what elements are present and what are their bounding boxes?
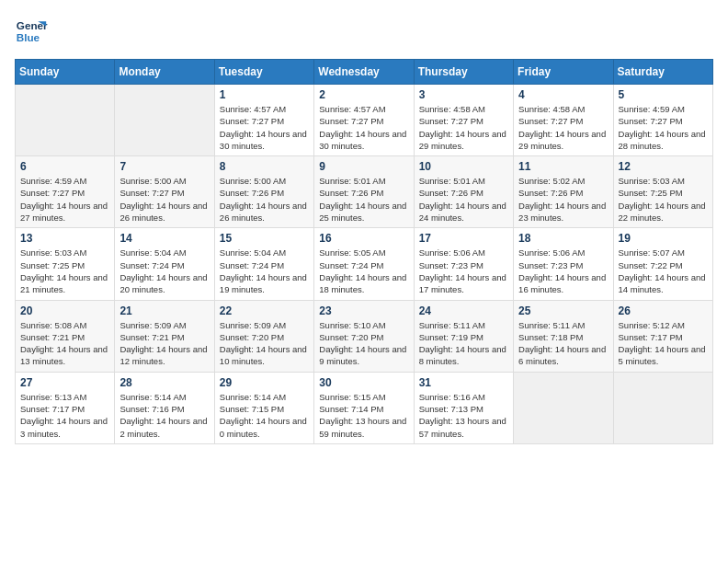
calendar-week-row: 6Sunrise: 4:59 AM Sunset: 7:27 PM Daylig… <box>16 156 713 228</box>
weekday-header: Thursday <box>414 60 513 85</box>
day-number: 27 <box>20 376 109 389</box>
weekday-header: Tuesday <box>214 60 313 85</box>
calendar-cell: 31Sunrise: 5:16 AM Sunset: 7:13 PM Dayli… <box>414 372 513 443</box>
day-number: 31 <box>419 376 508 389</box>
day-number: 21 <box>119 304 209 317</box>
day-number: 18 <box>518 232 608 245</box>
cell-info: Sunrise: 5:07 AM Sunset: 7:22 PM Dayligh… <box>619 247 708 295</box>
calendar-cell: 16Sunrise: 5:05 AM Sunset: 7:24 PM Dayli… <box>314 228 414 300</box>
cell-info: Sunrise: 4:57 AM Sunset: 7:27 PM Dayligh… <box>220 103 309 152</box>
day-number: 26 <box>619 304 708 317</box>
cell-info: Sunrise: 5:12 AM Sunset: 7:17 PM Dayligh… <box>619 319 708 368</box>
calendar-week-row: 13Sunrise: 5:03 AM Sunset: 7:25 PM Dayli… <box>16 228 713 300</box>
calendar-week-row: 27Sunrise: 5:13 AM Sunset: 7:17 PM Dayli… <box>16 372 713 443</box>
cell-info: Sunrise: 5:08 AM Sunset: 7:21 PM Dayligh… <box>20 319 109 368</box>
cell-info: Sunrise: 5:09 AM Sunset: 7:21 PM Dayligh… <box>119 319 209 368</box>
cell-info: Sunrise: 5:00 AM Sunset: 7:27 PM Dayligh… <box>119 175 209 224</box>
day-number: 12 <box>619 160 708 173</box>
cell-info: Sunrise: 4:59 AM Sunset: 7:27 PM Dayligh… <box>619 103 708 152</box>
cell-info: Sunrise: 5:14 AM Sunset: 7:15 PM Dayligh… <box>220 391 309 440</box>
cell-info: Sunrise: 4:57 AM Sunset: 7:27 PM Dayligh… <box>319 103 408 152</box>
cell-info: Sunrise: 4:58 AM Sunset: 7:27 PM Dayligh… <box>419 103 508 152</box>
cell-info: Sunrise: 5:10 AM Sunset: 7:20 PM Dayligh… <box>319 319 408 368</box>
day-number: 16 <box>319 232 408 245</box>
day-number: 23 <box>319 304 408 317</box>
calendar-cell: 19Sunrise: 5:07 AM Sunset: 7:22 PM Dayli… <box>613 228 712 300</box>
calendar-cell: 7Sunrise: 5:00 AM Sunset: 7:27 PM Daylig… <box>115 156 214 228</box>
svg-text:Blue: Blue <box>17 31 40 43</box>
calendar-cell <box>115 85 214 156</box>
cell-info: Sunrise: 5:11 AM Sunset: 7:19 PM Dayligh… <box>419 319 508 368</box>
logo: General Blue <box>15 15 48 48</box>
day-number: 17 <box>419 232 508 245</box>
cell-info: Sunrise: 5:14 AM Sunset: 7:16 PM Dayligh… <box>119 391 209 440</box>
day-number: 22 <box>220 304 309 317</box>
cell-info: Sunrise: 5:00 AM Sunset: 7:26 PM Dayligh… <box>220 175 309 224</box>
calendar-cell: 27Sunrise: 5:13 AM Sunset: 7:17 PM Dayli… <box>16 372 115 443</box>
cell-info: Sunrise: 5:01 AM Sunset: 7:26 PM Dayligh… <box>319 175 408 224</box>
calendar-cell: 29Sunrise: 5:14 AM Sunset: 7:15 PM Dayli… <box>214 372 313 443</box>
cell-info: Sunrise: 4:58 AM Sunset: 7:27 PM Dayligh… <box>518 103 608 152</box>
calendar-cell: 18Sunrise: 5:06 AM Sunset: 7:23 PM Dayli… <box>514 228 613 300</box>
calendar-cell: 12Sunrise: 5:03 AM Sunset: 7:25 PM Dayli… <box>613 156 712 228</box>
day-number: 13 <box>20 232 109 245</box>
calendar-cell: 4Sunrise: 4:58 AM Sunset: 7:27 PM Daylig… <box>514 85 613 156</box>
cell-info: Sunrise: 5:02 AM Sunset: 7:26 PM Dayligh… <box>518 175 608 224</box>
day-number: 29 <box>220 376 309 389</box>
logo-icon: General Blue <box>15 15 48 48</box>
calendar-cell: 17Sunrise: 5:06 AM Sunset: 7:23 PM Dayli… <box>414 228 513 300</box>
calendar-cell: 15Sunrise: 5:04 AM Sunset: 7:24 PM Dayli… <box>214 228 313 300</box>
day-number: 2 <box>319 88 408 101</box>
calendar-cell: 20Sunrise: 5:08 AM Sunset: 7:21 PM Dayli… <box>16 300 115 372</box>
cell-info: Sunrise: 5:03 AM Sunset: 7:25 PM Dayligh… <box>20 247 109 295</box>
page-header: General Blue <box>15 15 713 48</box>
cell-info: Sunrise: 5:05 AM Sunset: 7:24 PM Dayligh… <box>319 247 408 295</box>
calendar-cell: 13Sunrise: 5:03 AM Sunset: 7:25 PM Dayli… <box>16 228 115 300</box>
calendar-cell: 21Sunrise: 5:09 AM Sunset: 7:21 PM Dayli… <box>115 300 214 372</box>
calendar-cell <box>514 372 613 443</box>
cell-info: Sunrise: 5:06 AM Sunset: 7:23 PM Dayligh… <box>419 247 508 295</box>
day-number: 7 <box>119 160 209 173</box>
cell-info: Sunrise: 5:15 AM Sunset: 7:14 PM Dayligh… <box>319 391 408 440</box>
weekday-header: Wednesday <box>314 60 414 85</box>
day-number: 28 <box>119 376 209 389</box>
day-number: 3 <box>419 88 508 101</box>
calendar-cell: 9Sunrise: 5:01 AM Sunset: 7:26 PM Daylig… <box>314 156 414 228</box>
weekday-header: Monday <box>115 60 214 85</box>
day-number: 11 <box>518 160 608 173</box>
day-number: 19 <box>619 232 708 245</box>
calendar-cell: 8Sunrise: 5:00 AM Sunset: 7:26 PM Daylig… <box>214 156 313 228</box>
calendar-cell: 30Sunrise: 5:15 AM Sunset: 7:14 PM Dayli… <box>314 372 414 443</box>
cell-info: Sunrise: 5:16 AM Sunset: 7:13 PM Dayligh… <box>419 391 508 440</box>
cell-info: Sunrise: 5:13 AM Sunset: 7:17 PM Dayligh… <box>20 391 109 440</box>
day-number: 30 <box>319 376 408 389</box>
day-number: 20 <box>20 304 109 317</box>
day-number: 6 <box>20 160 109 173</box>
svg-text:General: General <box>17 19 48 31</box>
day-number: 8 <box>220 160 309 173</box>
calendar-header-row: SundayMondayTuesdayWednesdayThursdayFrid… <box>16 60 713 85</box>
cell-info: Sunrise: 4:59 AM Sunset: 7:27 PM Dayligh… <box>20 175 109 224</box>
day-number: 10 <box>419 160 508 173</box>
cell-info: Sunrise: 5:03 AM Sunset: 7:25 PM Dayligh… <box>619 175 708 224</box>
calendar-cell: 1Sunrise: 4:57 AM Sunset: 7:27 PM Daylig… <box>214 85 313 156</box>
day-number: 9 <box>319 160 408 173</box>
cell-info: Sunrise: 5:09 AM Sunset: 7:20 PM Dayligh… <box>220 319 309 368</box>
day-number: 5 <box>619 88 708 101</box>
cell-info: Sunrise: 5:04 AM Sunset: 7:24 PM Dayligh… <box>119 247 209 295</box>
calendar-cell: 23Sunrise: 5:10 AM Sunset: 7:20 PM Dayli… <box>314 300 414 372</box>
weekday-header: Sunday <box>16 60 115 85</box>
calendar-cell: 22Sunrise: 5:09 AM Sunset: 7:20 PM Dayli… <box>214 300 313 372</box>
calendar-cell: 3Sunrise: 4:58 AM Sunset: 7:27 PM Daylig… <box>414 85 513 156</box>
calendar-cell: 28Sunrise: 5:14 AM Sunset: 7:16 PM Dayli… <box>115 372 214 443</box>
weekday-header: Saturday <box>613 60 712 85</box>
calendar-week-row: 1Sunrise: 4:57 AM Sunset: 7:27 PM Daylig… <box>16 85 713 156</box>
day-number: 24 <box>419 304 508 317</box>
calendar-cell: 24Sunrise: 5:11 AM Sunset: 7:19 PM Dayli… <box>414 300 513 372</box>
cell-info: Sunrise: 5:01 AM Sunset: 7:26 PM Dayligh… <box>419 175 508 224</box>
day-number: 14 <box>119 232 209 245</box>
day-number: 25 <box>518 304 608 317</box>
day-number: 4 <box>518 88 608 101</box>
calendar-cell: 6Sunrise: 4:59 AM Sunset: 7:27 PM Daylig… <box>16 156 115 228</box>
calendar-cell: 14Sunrise: 5:04 AM Sunset: 7:24 PM Dayli… <box>115 228 214 300</box>
